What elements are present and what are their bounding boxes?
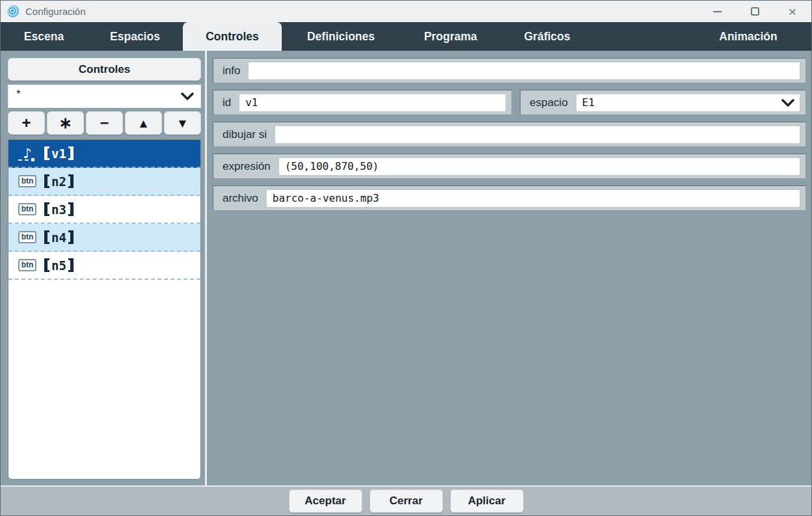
chevron-down-icon <box>181 92 194 100</box>
list-item-n2[interactable]: btn n2 <box>8 168 200 196</box>
tab-bar: Escena Espacios Controles Definiciones P… <box>1 22 811 51</box>
item-text: n4 <box>51 230 66 245</box>
music-note-icon: ♪ <box>23 146 31 161</box>
tab-definiciones[interactable]: Definiciones <box>282 22 400 51</box>
lenticular-bracket-open <box>44 202 49 216</box>
dibujar-si-label: dibujar si <box>223 128 267 141</box>
app-logo-icon <box>7 5 20 18</box>
btn-badge-icon: btn <box>18 259 37 271</box>
footer-bar: Aceptar Cerrar Aplicar <box>1 485 811 515</box>
tab-graficos[interactable]: Gráficos <box>501 22 593 51</box>
id-input[interactable] <box>239 94 506 112</box>
espacio-selected-value: E1 <box>582 96 595 109</box>
controls-list: ♪ v1 btn n2 btn n3 btn n4 btn n5 <box>8 139 201 480</box>
aplicar-button[interactable]: Aplicar <box>450 489 524 513</box>
dibujar-si-input[interactable] <box>275 126 800 144</box>
maximize-icon <box>751 7 759 16</box>
asterisk-icon: ∗ <box>59 115 72 131</box>
triangle-up-icon: ▲ <box>137 117 150 129</box>
item-text: n5 <box>51 258 66 273</box>
lenticular-bracket-close <box>68 258 74 272</box>
plus-icon: + <box>21 115 31 131</box>
lenticular-bracket-close <box>68 146 74 160</box>
lenticular-bracket-close <box>68 202 74 216</box>
info-input[interactable] <box>248 62 800 80</box>
window-title: Configuración <box>25 6 86 17</box>
lenticular-bracket-open <box>44 258 49 272</box>
info-label: info <box>223 64 240 77</box>
btn-badge-icon: btn <box>18 175 37 187</box>
tab-programa[interactable]: Programa <box>400 22 501 51</box>
espacio-select[interactable]: E1 <box>576 94 800 112</box>
lenticular-bracket-open <box>44 146 49 160</box>
configuracion-window: Configuración × Escena Espacios Controle… <box>0 0 812 516</box>
close-button[interactable]: × <box>774 1 811 22</box>
aceptar-button[interactable]: Aceptar <box>289 489 362 513</box>
content-area: Controles * + ∗ − ▲ ▼ ♪ v1 btn n2 <box>1 51 811 485</box>
chevron-down-icon <box>781 99 794 107</box>
id-group: id <box>213 90 512 115</box>
info-group: info <box>213 58 806 83</box>
tab-controles[interactable]: Controles <box>183 22 282 51</box>
tab-animacion[interactable]: Animación <box>699 22 797 51</box>
filter-selected-value: * <box>16 91 21 98</box>
list-toolbar: + ∗ − ▲ ▼ <box>8 111 201 135</box>
expresion-group: expresión <box>213 154 806 179</box>
lenticular-bracket-close <box>68 174 74 188</box>
archivo-input[interactable] <box>266 189 800 208</box>
control-form: info id espacio E1 dibujar si <box>207 51 811 485</box>
espacio-group: espacio E1 <box>520 90 806 115</box>
controls-filter-select[interactable]: * <box>8 85 201 108</box>
add-special-button[interactable]: ∗ <box>47 111 84 135</box>
btn-badge-icon: btn <box>18 203 37 215</box>
espacio-label: espacio <box>530 96 568 109</box>
controls-panel: Controles * + ∗ − ▲ ▼ ♪ v1 btn n2 <box>8 58 201 480</box>
minus-icon: − <box>100 115 109 131</box>
list-item-n3[interactable]: btn n3 <box>8 196 200 224</box>
minimize-icon <box>713 11 722 12</box>
archivo-group: archivo <box>213 185 806 211</box>
item-text: n2 <box>51 174 66 189</box>
controls-panel-header: Controles <box>8 58 201 81</box>
move-down-button[interactable]: ▼ <box>164 111 201 135</box>
list-item-v1[interactable]: ♪ v1 <box>8 140 200 168</box>
tab-escena[interactable]: Escena <box>1 22 87 51</box>
list-item-n5[interactable]: btn n5 <box>8 252 200 280</box>
maximize-button[interactable] <box>736 1 774 22</box>
item-text: n3 <box>51 202 66 217</box>
id-label: id <box>223 96 231 109</box>
triangle-down-icon: ▼ <box>176 117 189 129</box>
titlebar: Configuración × <box>1 1 811 22</box>
dibujar-si-group: dibujar si <box>213 122 806 147</box>
cerrar-button[interactable]: Cerrar <box>370 489 443 513</box>
lenticular-bracket-close <box>68 230 74 244</box>
close-icon: × <box>789 5 796 18</box>
tab-espacios[interactable]: Espacios <box>87 22 183 51</box>
minimize-button[interactable] <box>698 1 736 22</box>
window-controls: × <box>698 1 811 22</box>
list-item-n4[interactable]: btn n4 <box>8 224 200 252</box>
lenticular-bracket-open <box>44 174 49 188</box>
item-text: v1 <box>51 146 66 161</box>
expresion-input[interactable] <box>278 157 800 176</box>
remove-button[interactable]: − <box>86 111 123 135</box>
add-button[interactable]: + <box>8 111 45 135</box>
archivo-label: archivo <box>223 192 258 205</box>
lenticular-bracket-open <box>44 230 49 244</box>
expresion-label: expresión <box>223 160 271 173</box>
move-up-button[interactable]: ▲ <box>125 111 162 135</box>
btn-badge-icon: btn <box>18 231 37 243</box>
